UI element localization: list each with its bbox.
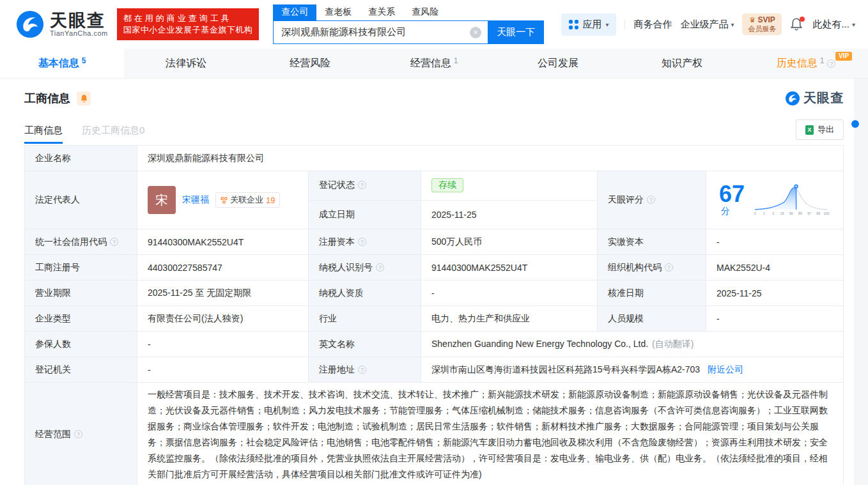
help-icon[interactable] <box>358 366 366 374</box>
notification-bell-icon[interactable] <box>790 17 804 31</box>
industry-value: 电力、热力生产和供应业 <box>421 306 598 332</box>
staff-size-label: 人员规模 <box>598 306 706 332</box>
svg-text:15: 15 <box>780 212 784 215</box>
related-companies-badge[interactable]: 关联企业 19 <box>215 192 280 208</box>
tab-legal[interactable]: 法律诉讼 <box>124 49 248 78</box>
subtab-business-info[interactable]: 工商信息 <box>24 125 63 144</box>
company-type-value: 有限责任公司(法人独资) <box>137 306 309 332</box>
reg-address-label: 注册地址 <box>309 357 421 383</box>
help-icon[interactable] <box>110 238 118 246</box>
business-coop-link[interactable]: 商务合作 <box>633 19 672 31</box>
scrollbar-track[interactable] <box>854 79 868 485</box>
search-tab-company[interactable]: 查公司 <box>273 4 316 20</box>
legal-rep-avatar[interactable]: 宋 <box>148 186 176 214</box>
reg-status-label: 登记状态 <box>309 171 421 201</box>
section-header: 工商信息 天眼查 <box>24 89 844 107</box>
chevron-down-icon: ▾ <box>605 21 608 28</box>
apps-grid-icon <box>569 20 578 29</box>
export-label: 导出 <box>818 124 834 135</box>
divider <box>624 20 625 29</box>
tab-basic-info-count: 5 <box>82 56 86 65</box>
help-icon[interactable] <box>827 59 835 68</box>
export-button[interactable]: X 导出 <box>796 119 844 140</box>
reg-authority-value: - <box>137 357 309 383</box>
search-tabs: 查公司 查老板 查关系 查风险 <box>273 4 544 20</box>
tianyancha-watermark-icon <box>785 91 800 106</box>
svg-text:97: 97 <box>808 212 812 215</box>
vip-badge: VIP <box>835 52 852 61</box>
insured-count-label: 参保人数 <box>25 332 137 357</box>
tab-history-info[interactable]: VIP 历史信息 1 <box>744 49 868 78</box>
search-tab-boss[interactable]: 查老板 <box>316 4 360 20</box>
apps-button[interactable]: 应用 ▾ <box>561 13 616 36</box>
credit-code-label: 统一社会信用代码 <box>25 229 137 255</box>
svg-text:0: 0 <box>754 212 756 215</box>
tab-intellectual-property[interactable]: 知识产权 <box>620 49 744 78</box>
brand-text: 天眼查 TianYanCha.com <box>50 12 108 37</box>
nearby-companies-link[interactable]: 附近公司 <box>708 364 743 374</box>
help-icon[interactable] <box>665 263 673 272</box>
watermark-logo: 天眼查 <box>785 89 844 107</box>
help-icon[interactable] <box>358 181 366 189</box>
svip-sublabel: 会员服务 <box>748 24 776 33</box>
header: 天眼查 TianYanCha.com 都在用的商业查询工具 国家中小企业发展子基… <box>0 0 868 49</box>
company-name-value: 深圳观鼎新能源科技有限公司 <box>137 146 844 171</box>
help-icon[interactable] <box>74 430 82 438</box>
reg-no-value: 440300227585747 <box>137 255 309 281</box>
score-value: 67分 <box>719 183 745 217</box>
brand-name: 天眼查 <box>50 12 108 29</box>
search-tab-relation[interactable]: 查关系 <box>360 4 403 20</box>
score-label: 天眼评分 <box>598 171 706 229</box>
brand-slogan-banner: 都在用的商业查询工具 国家中小企业发展子基金旗下机构 <box>117 8 260 40</box>
brand-logo[interactable]: 天眼查 TianYanCha.com <box>15 10 108 39</box>
company-type-label: 企业类型 <box>25 306 137 332</box>
established-value: 2025-11-25 <box>421 200 598 229</box>
business-info-table: 企业名称 深圳观鼎新能源科技有限公司 法定代表人 宋 宋疆福 <box>24 145 844 485</box>
tab-operating-info[interactable]: 经营信息 1 <box>372 49 496 78</box>
legal-rep-link[interactable]: 宋疆福 <box>182 194 209 206</box>
table-row: 企业名称 深圳观鼎新能源科技有限公司 <box>25 146 844 171</box>
paid-capital-value: - <box>706 229 844 255</box>
svip-member-button[interactable]: ♛ SVIP 会员服务 <box>742 13 782 35</box>
enterprise-products-label: 企业级产品 <box>680 19 728 31</box>
svg-text:50: 50 <box>789 212 793 215</box>
search-button[interactable]: 天眼一下 <box>488 20 544 44</box>
monitor-bell-icon[interactable] <box>77 91 91 105</box>
tab-history-info-label: 历史信息 <box>777 57 818 70</box>
help-icon[interactable] <box>358 238 366 246</box>
clear-icon[interactable]: × <box>470 27 481 38</box>
table-row: 参保人数 - 英文名称 Shenzhen Guanding New Energy… <box>25 332 844 357</box>
reg-capital-label: 注册资本 <box>309 229 421 255</box>
tab-operating-info-count: 1 <box>454 56 458 65</box>
business-coop-label: 商务合作 <box>633 19 672 31</box>
subtab-history-business-info[interactable]: 历史工商信息0 <box>82 125 144 144</box>
search-input[interactable] <box>274 21 488 43</box>
related-companies-label: 关联企业 <box>230 194 263 206</box>
excel-icon: X <box>805 125 814 135</box>
score-distribution-chart: 0 1 3 15 50 85 97 99 100 <box>752 176 830 224</box>
table-row: 统一社会信用代码 91440300MAK2552U4T 注册资本 500万人民币… <box>25 229 844 255</box>
svg-text:99: 99 <box>817 212 821 215</box>
taxpayer-id-label: 纳税人识别号 <box>309 255 421 281</box>
term-label: 营业期限 <box>25 281 137 306</box>
legal-rep-cell: 宋 宋疆福 关联企业 19 <box>137 171 309 229</box>
help-icon[interactable] <box>647 196 655 204</box>
section-title: 工商信息 <box>24 91 70 106</box>
floating-widget-button[interactable] <box>851 120 859 128</box>
tab-operating-risk[interactable]: 经营风险 <box>248 49 372 78</box>
search-tab-risk[interactable]: 查风险 <box>403 4 447 20</box>
table-row: 登记机关 - 注册地址 深圳市南山区粤海街道科技园社区科苑路15号科兴科学园A栋… <box>25 357 844 383</box>
paid-capital-label: 实缴资本 <box>598 229 706 255</box>
user-menu[interactable]: 此处有... ▾ <box>812 19 855 31</box>
enterprise-products-link[interactable]: 企业级产品 ▾ <box>680 19 734 31</box>
legal-rep-label: 法定代表人 <box>25 171 137 229</box>
english-name-label: 英文名称 <box>309 332 421 357</box>
business-scope-label: 经营范围 <box>25 383 137 485</box>
reg-no-label: 工商注册号 <box>25 255 137 281</box>
tab-company-development[interactable]: 公司发展 <box>496 49 620 78</box>
approved-value: 2025-11-25 <box>706 281 844 306</box>
help-icon[interactable] <box>376 263 384 272</box>
tab-basic-info[interactable]: 基本信息 5 <box>0 49 124 78</box>
crown-icon: ♛ <box>749 16 756 24</box>
svg-text:85: 85 <box>798 212 802 215</box>
